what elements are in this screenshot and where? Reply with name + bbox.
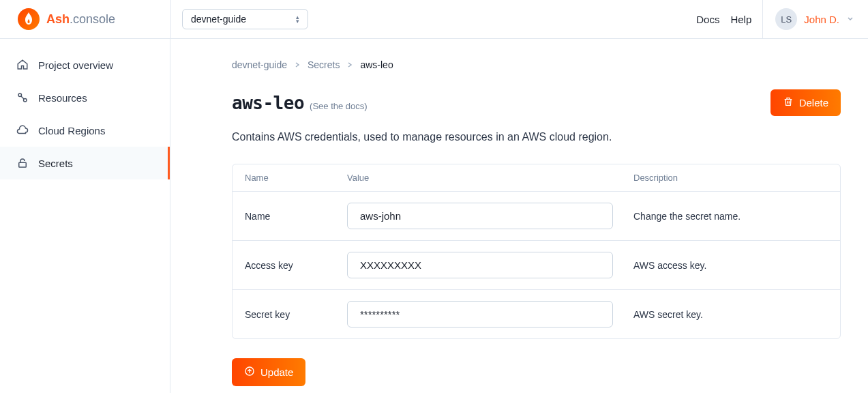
- table-row: Access key AWS access key.: [233, 240, 840, 289]
- update-button[interactable]: Update: [232, 358, 305, 386]
- sidebar-item-label: Secrets: [38, 158, 73, 169]
- col-header-description: Description: [633, 173, 828, 183]
- project-name: devnet-guide: [191, 14, 246, 25]
- row-description: AWS secret key.: [633, 309, 828, 320]
- row-label: Name: [245, 211, 347, 222]
- page-title: aws-leo: [232, 93, 304, 113]
- row-description: AWS access key.: [633, 260, 828, 271]
- header: Ash.console devnet-guide ▴▾ Docs Help LS…: [0, 0, 868, 39]
- row-description: Change the secret name.: [633, 211, 828, 222]
- sidebar-item-label: Cloud Regions: [38, 125, 105, 136]
- secret-key-input[interactable]: [347, 301, 613, 328]
- row-label: Access key: [245, 260, 347, 271]
- logo[interactable]: Ash.console: [0, 8, 170, 30]
- row-label: Secret key: [245, 309, 347, 320]
- chevron-right-icon: [346, 59, 353, 70]
- cloud-icon: [16, 124, 29, 136]
- sidebar-item-label: Resources: [38, 92, 87, 104]
- name-input[interactable]: [347, 203, 613, 229]
- upload-icon: [244, 366, 255, 379]
- table-header: Name Value Description: [233, 164, 840, 192]
- update-label: Update: [260, 366, 293, 378]
- see-docs-link[interactable]: (See the docs): [310, 101, 368, 111]
- sidebar: Project overview Resources Cloud Regions…: [0, 39, 170, 393]
- delete-button[interactable]: Delete: [770, 89, 841, 116]
- flame-logo-icon: [18, 8, 40, 30]
- help-link[interactable]: Help: [730, 14, 751, 25]
- table-row: Name Change the secret name.: [233, 192, 840, 240]
- access-key-input[interactable]: [347, 252, 613, 278]
- username: John D.: [804, 14, 839, 25]
- main-content: devnet-guide Secrets aws-leo aws-leo (Se…: [170, 39, 868, 393]
- svg-rect-2: [19, 162, 27, 167]
- project-selector[interactable]: devnet-guide ▴▾: [182, 9, 308, 29]
- breadcrumb-project[interactable]: devnet-guide: [232, 59, 287, 70]
- table-row: Secret key AWS secret key.: [233, 289, 840, 338]
- secret-description: Contains AWS credentials, used to manage…: [232, 131, 841, 143]
- breadcrumb: devnet-guide Secrets aws-leo: [232, 59, 841, 70]
- chevron-down-icon: [846, 13, 854, 25]
- sidebar-item-secrets[interactable]: Secrets: [0, 147, 170, 179]
- user-menu[interactable]: LS John D.: [762, 0, 854, 38]
- col-header-name: Name: [245, 173, 347, 183]
- home-icon: [16, 59, 29, 71]
- breadcrumb-current: aws-leo: [360, 59, 393, 70]
- sidebar-item-resources[interactable]: Resources: [0, 81, 170, 114]
- chevron-right-icon: [294, 59, 301, 70]
- lock-icon: [16, 157, 29, 169]
- selector-updown-icon: ▴▾: [296, 15, 299, 23]
- col-header-value: Value: [347, 173, 633, 183]
- trash-icon: [783, 96, 794, 109]
- delete-label: Delete: [799, 97, 828, 108]
- sidebar-item-label: Project overview: [38, 59, 113, 71]
- resources-icon: [16, 91, 29, 104]
- sidebar-item-overview[interactable]: Project overview: [0, 48, 170, 81]
- properties-table: Name Value Description Name Change the s…: [232, 164, 841, 339]
- header-right: Docs Help LS John D.: [683, 0, 868, 38]
- logo-text: Ash.console: [46, 12, 115, 27]
- sidebar-item-cloud-regions[interactable]: Cloud Regions: [0, 114, 170, 147]
- docs-link[interactable]: Docs: [696, 14, 719, 25]
- avatar: LS: [775, 8, 797, 30]
- title-row: aws-leo (See the docs) Delete: [232, 89, 841, 116]
- header-middle: devnet-guide ▴▾: [170, 0, 683, 38]
- breadcrumb-secrets[interactable]: Secrets: [308, 59, 340, 70]
